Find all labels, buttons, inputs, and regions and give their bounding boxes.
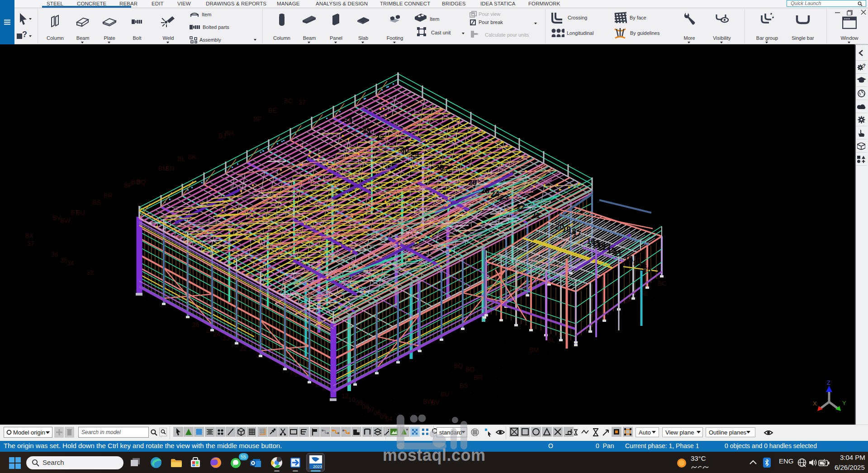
svg-text:BS: BS — [460, 382, 468, 389]
svg-text:BO: BO — [465, 366, 474, 373]
svg-text:BL: BL — [547, 336, 555, 344]
svg-text:29: 29 — [410, 150, 419, 159]
svg-text:BU: BU — [441, 391, 449, 398]
svg-text:8: 8 — [633, 259, 637, 268]
svg-text:BQ: BQ — [137, 178, 146, 186]
svg-text:BP: BP — [124, 182, 133, 189]
svg-text:BK: BK — [188, 153, 196, 161]
svg-text:12: 12 — [342, 392, 349, 400]
svg-text:17: 17 — [573, 229, 581, 238]
svg-text:36: 36 — [51, 251, 58, 258]
svg-text:BW: BW — [60, 217, 71, 224]
svg-text:BH: BH — [225, 129, 233, 137]
svg-text:6: 6 — [643, 263, 647, 272]
svg-text:Z: Z — [827, 379, 830, 386]
svg-text:BQ: BQ — [454, 362, 463, 369]
svg-text:2023: 2023 — [313, 464, 322, 469]
svg-text:BJ: BJ — [218, 132, 226, 139]
svg-text:32: 32 — [375, 134, 384, 142]
svg-text:22: 22 — [517, 203, 525, 211]
svg-text:BM: BM — [529, 346, 539, 354]
svg-text:BC: BC — [284, 97, 293, 105]
svg-text:BN: BN — [166, 165, 174, 172]
svg-text:25: 25 — [481, 186, 489, 195]
svg-text:Y: Y — [842, 400, 846, 406]
svg-text:37: 37 — [299, 99, 306, 106]
svg-text:33: 33 — [86, 269, 94, 276]
svg-text:34: 34 — [344, 116, 352, 125]
svg-text:BS: BS — [92, 199, 101, 206]
svg-text:34: 34 — [67, 259, 74, 267]
svg-text:BU: BU — [76, 209, 85, 216]
svg-text:9: 9 — [629, 257, 633, 265]
svg-text:X: X — [813, 400, 817, 407]
svg-text:24: 24 — [213, 330, 220, 338]
svg-text:22: 22 — [240, 345, 247, 352]
svg-text:27: 27 — [441, 164, 449, 173]
svg-text:37: 37 — [27, 240, 34, 247]
svg-text:10: 10 — [348, 396, 356, 403]
svg-text:23: 23 — [500, 194, 508, 202]
svg-text:30: 30 — [400, 146, 409, 154]
svg-text:35: 35 — [60, 257, 67, 264]
svg-text:BR: BR — [104, 192, 112, 199]
svg-text:11: 11 — [614, 249, 622, 258]
svg-text:BC: BC — [658, 280, 666, 287]
svg-text:BL: BL — [177, 155, 185, 162]
svg-text:33: 33 — [362, 127, 370, 135]
svg-text:24: 24 — [491, 190, 499, 198]
svg-text:?: ? — [22, 31, 27, 39]
svg-text:26: 26 — [468, 178, 477, 187]
svg-text:BX: BX — [25, 232, 33, 239]
svg-text:?: ? — [863, 63, 866, 68]
svg-text:BE: BE — [268, 107, 277, 114]
svg-text:BF: BF — [253, 115, 261, 123]
svg-text:5: 5 — [647, 266, 651, 274]
svg-text:BV: BV — [431, 399, 440, 406]
svg-text:26: 26 — [192, 321, 199, 328]
svg-text:21: 21 — [531, 211, 540, 220]
svg-text:BR: BR — [474, 374, 482, 381]
